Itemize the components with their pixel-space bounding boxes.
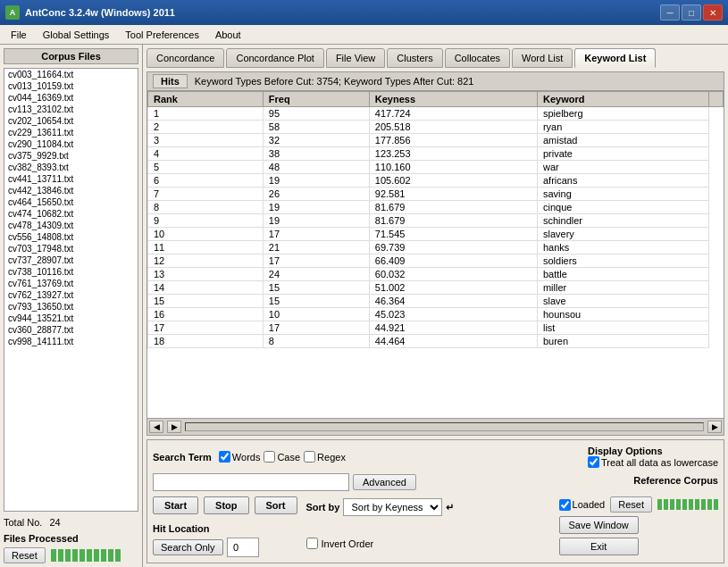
file-item[interactable]: cv474_10682.txt — [4, 208, 138, 220]
search-input[interactable] — [153, 473, 349, 491]
maximize-button[interactable]: □ — [682, 4, 701, 21]
cell-keyness: 66.409 — [369, 254, 537, 268]
table-row[interactable]: 81981.679cinque — [148, 201, 724, 214]
sort-button[interactable]: Sort — [255, 496, 297, 514]
table-row[interactable]: 195417.724spielberg — [148, 107, 724, 121]
tab-keyword-list[interactable]: Keyword List — [574, 48, 656, 68]
menu-item-about[interactable]: About — [208, 28, 248, 42]
file-item[interactable]: cv382_8393.txt — [4, 162, 138, 173]
table-row[interactable]: 18844.464buren — [148, 335, 724, 348]
title-bar: A AntConc 3.2.4w (Windows) 2011 ─ □ ✕ — [0, 0, 728, 25]
tab-word-list[interactable]: Word List — [512, 48, 573, 68]
horizontal-scrollbar[interactable] — [185, 422, 704, 431]
ref-corpus-reset-button[interactable]: Reset — [610, 496, 652, 513]
stop-button[interactable]: Stop — [204, 496, 248, 514]
advanced-button[interactable]: Advanced — [353, 474, 416, 490]
tab-collocates[interactable]: Collocates — [445, 48, 510, 68]
cell-keyness: 51.002 — [369, 281, 537, 295]
tab-clusters[interactable]: Clusters — [387, 48, 442, 68]
scroll-left-button[interactable]: ◀ — [149, 421, 163, 433]
file-item[interactable]: cv761_13769.txt — [4, 278, 138, 289]
case-checkbox[interactable] — [264, 451, 275, 463]
table-row[interactable]: 438123.253private — [148, 147, 724, 161]
search-only-button[interactable]: Search Only — [153, 539, 223, 555]
table-row[interactable]: 151546.364slave — [148, 295, 724, 308]
regex-checkbox[interactable] — [304, 451, 315, 463]
file-item[interactable]: cv229_13611.txt — [4, 127, 138, 138]
table-row[interactable]: 112169.739hanks — [148, 241, 724, 254]
file-item[interactable]: cv375_9929.txt — [4, 150, 138, 162]
file-item[interactable]: cv762_13927.txt — [4, 289, 138, 301]
table-row[interactable]: 619105.602africans — [148, 174, 724, 188]
minimize-button[interactable]: ─ — [660, 4, 680, 21]
table-row[interactable]: 141551.002miller — [148, 281, 724, 295]
file-item[interactable]: cv944_13521.txt — [4, 313, 138, 324]
start-button[interactable]: Start — [153, 496, 198, 514]
file-item[interactable]: cv703_17948.txt — [4, 243, 138, 254]
file-item[interactable]: cv442_13846.txt — [4, 185, 138, 196]
sort-by-select[interactable]: Sort by Keyness — [343, 498, 442, 516]
cell-keyword: slavery — [537, 228, 708, 241]
cell-freq: 24 — [263, 268, 369, 281]
file-item[interactable]: cv464_15650.txt — [4, 196, 138, 208]
tab-concordance[interactable]: Concordance — [146, 48, 224, 68]
cell-rank: 7 — [148, 188, 264, 201]
cell-keyness: 123.253 — [369, 147, 537, 161]
case-checkbox-item: Case — [264, 451, 300, 463]
file-item[interactable]: cv003_11664.txt — [4, 69, 138, 80]
file-item[interactable]: cv360_28877.txt — [4, 324, 138, 336]
file-item[interactable]: cv441_13711.txt — [4, 173, 138, 185]
data-table-wrapper[interactable]: RankFreqKeynessKeyword195417.724spielber… — [147, 91, 724, 418]
scroll-right2-button[interactable]: ▶ — [707, 421, 722, 433]
invert-order-checkbox[interactable] — [306, 538, 318, 549]
file-item[interactable]: cv044_16369.txt — [4, 92, 138, 104]
progress-segment — [51, 549, 56, 562]
file-item[interactable]: cv290_11084.txt — [4, 138, 138, 150]
table-row[interactable]: 332177.856amistad — [148, 134, 724, 147]
menu-item-global-settings[interactable]: Global Settings — [36, 28, 117, 42]
table-row[interactable]: 132460.032battle — [148, 268, 724, 281]
tab-concordance-plot[interactable]: Concordance Plot — [226, 48, 323, 68]
loaded-label: Loaded — [573, 499, 606, 510]
file-item[interactable]: cv793_13650.txt — [4, 301, 138, 313]
exit-button[interactable]: Exit — [559, 538, 639, 555]
hit-location-spinner[interactable] — [227, 538, 259, 557]
hits-label: Hits — [153, 74, 188, 88]
file-item[interactable]: cv478_14309.txt — [4, 220, 138, 231]
file-item[interactable]: cv738_10116.txt — [4, 266, 138, 278]
table-row[interactable]: 548110.160war — [148, 161, 724, 174]
sidebar-bottom: Total No. 24 Files Processed Reset — [4, 517, 138, 563]
table-row[interactable]: 72692.581saving — [148, 188, 724, 201]
case-label: Case — [277, 452, 300, 463]
words-checkbox[interactable] — [219, 451, 230, 463]
cell-rank: 14 — [148, 281, 264, 295]
menu-item-tool-preferences[interactable]: Tool Preferences — [118, 28, 206, 42]
hit-location-row: Search Only — [153, 538, 259, 557]
file-list: cv003_11664.txtcv013_10159.txtcv044_1636… — [4, 68, 138, 512]
close-button[interactable]: ✕ — [703, 4, 723, 21]
file-item[interactable]: cv737_28907.txt — [4, 254, 138, 266]
loaded-checkbox[interactable] — [559, 499, 571, 511]
file-item[interactable]: cv202_10654.txt — [4, 115, 138, 127]
col-header-keyword: Keyword — [537, 92, 708, 107]
cell-keyness: 69.739 — [369, 241, 537, 254]
cell-keyness: 81.679 — [369, 201, 537, 214]
tab-file-view[interactable]: File View — [326, 48, 385, 68]
file-item[interactable]: cv113_23102.txt — [4, 104, 138, 115]
save-window-button[interactable]: Save Window — [559, 516, 639, 534]
file-item[interactable]: cv998_14111.txt — [4, 336, 138, 347]
table-row[interactable]: 101771.545slavery — [148, 228, 724, 241]
scroll-right-button[interactable]: ▶ — [167, 421, 181, 433]
menu-item-file[interactable]: File — [4, 28, 34, 42]
sidebar-reset-button[interactable]: Reset — [4, 547, 46, 563]
table-row[interactable]: 161045.023hounsou — [148, 308, 724, 321]
table-row[interactable]: 171744.921list — [148, 321, 724, 335]
table-row[interactable]: 121766.409soldiers — [148, 254, 724, 268]
treat-all-data-item: Treat all data as lowercase — [588, 456, 718, 468]
file-item[interactable]: cv013_10159.txt — [4, 80, 138, 92]
file-item[interactable]: cv556_14808.txt — [4, 231, 138, 243]
table-row[interactable]: 91981.679schindler — [148, 214, 724, 228]
treat-all-data-checkbox[interactable] — [588, 456, 599, 468]
cell-keyword: hanks — [537, 241, 708, 254]
table-row[interactable]: 258205.518ryan — [148, 121, 724, 134]
